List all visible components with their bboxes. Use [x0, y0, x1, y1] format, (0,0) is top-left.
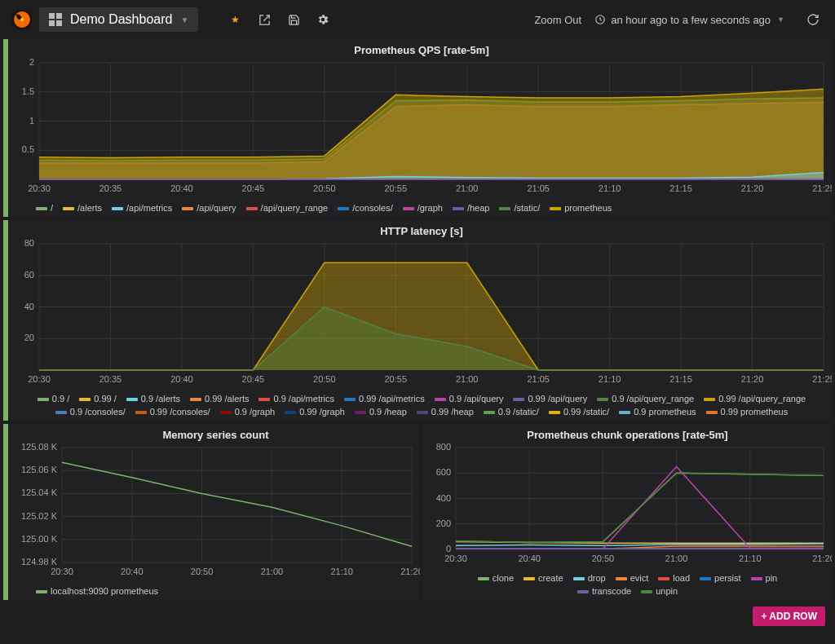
legend-item[interactable]: load [658, 573, 690, 583]
svg-text:21:05: 21:05 [527, 374, 550, 384]
legend-item[interactable]: transcode [577, 586, 631, 596]
svg-text:20:40: 20:40 [121, 567, 144, 576]
latency-legend: 0.9 /0.99 /0.9 /alerts0.99 /alerts0.9 /a… [11, 389, 832, 421]
legend-item[interactable]: /heap [453, 203, 490, 213]
row-handle[interactable] [3, 39, 8, 217]
svg-text:21:00: 21:00 [456, 183, 479, 193]
legend-item[interactable]: / [36, 203, 53, 213]
svg-text:21:10: 21:10 [599, 374, 621, 384]
legend-item[interactable]: 0.9 /alerts [126, 394, 180, 404]
svg-text:125.04 K: 125.04 K [21, 487, 58, 497]
memory-chart[interactable]: 124.98 K125.00 K125.02 K125.04 K125.06 K… [11, 443, 420, 581]
legend-item[interactable]: persist [700, 573, 740, 583]
dashboard-picker[interactable]: Demo Dashboard ▼ [39, 7, 198, 32]
legend-item[interactable]: 0.9 / [38, 394, 69, 404]
legend-item[interactable]: /consoles/ [338, 203, 393, 213]
legend-item[interactable]: clone [478, 573, 514, 583]
svg-text:21:10: 21:10 [739, 554, 762, 563]
svg-text:200: 200 [436, 518, 451, 528]
svg-text:600: 600 [436, 467, 451, 477]
legend-item[interactable]: prometheus [550, 203, 612, 213]
svg-text:20:35: 20:35 [99, 183, 122, 193]
svg-text:21:00: 21:00 [665, 554, 688, 563]
svg-text:20:50: 20:50 [313, 183, 336, 193]
qps-legend: //alerts/api/metrics/api/query/api/query… [11, 198, 832, 217]
legend-item[interactable]: /api/query_range [246, 203, 329, 213]
grid-icon [49, 13, 62, 26]
svg-text:125.02 K: 125.02 K [21, 511, 58, 521]
panel-chunks[interactable]: Prometheus chunk operations [rate-5m] 02… [423, 424, 832, 600]
legend-item[interactable]: 0.9 /graph [220, 407, 276, 417]
panel-qps[interactable]: Prometheus QPS [rate-5m] 0.511.5220:3020… [11, 39, 832, 217]
share-icon[interactable] [252, 7, 276, 32]
svg-text:20:40: 20:40 [170, 183, 193, 193]
svg-text:20:30: 20:30 [28, 183, 51, 193]
panel-memory[interactable]: Memory series count 124.98 K125.00 K125.… [11, 424, 420, 600]
svg-text:20: 20 [24, 333, 34, 342]
legend-item[interactable]: /api/metrics [112, 203, 172, 213]
legend-item[interactable]: /static/ [499, 203, 540, 213]
legend-item[interactable]: 0.99 / [79, 394, 117, 404]
svg-text:20:50: 20:50 [191, 567, 214, 576]
save-icon[interactable] [281, 7, 306, 32]
row-handle[interactable] [3, 424, 8, 600]
memory-legend: localhost:9090 prometheus [11, 581, 420, 600]
zoom-out-button[interactable]: Zoom Out [534, 14, 581, 26]
latency-chart[interactable]: 2040608020:3020:3520:4020:4520:5020:5521… [11, 239, 832, 389]
legend-item[interactable]: 0.99 prometheus [706, 407, 789, 417]
legend-item[interactable]: 0.9 /api/query_range [597, 394, 694, 404]
legend-item[interactable]: drop [573, 573, 606, 583]
svg-text:20:40: 20:40 [518, 554, 541, 563]
panel-latency[interactable]: HTTP latency [s] 2040608020:3020:3520:40… [11, 220, 832, 421]
legend-item[interactable]: 0.99 /api/query_range [704, 394, 806, 404]
chunks-chart[interactable]: 020040060080020:3020:4020:5021:0021:1021… [423, 443, 832, 568]
chunks-legend: clonecreatedropevictloadpersistpintransc… [423, 568, 832, 600]
svg-text:21:15: 21:15 [669, 183, 692, 193]
dashboard-title: Demo Dashboard [70, 12, 172, 27]
svg-text:21:20: 21:20 [400, 567, 420, 576]
legend-item[interactable]: 0.99 /heap [417, 407, 474, 417]
clock-icon [594, 14, 606, 25]
add-row-button[interactable]: ADD ROW [753, 607, 825, 626]
legend-item[interactable]: create [524, 573, 563, 583]
top-bar: Demo Dashboard ▼ ★ Zoom Out an hour ago … [0, 0, 835, 39]
legend-item[interactable]: 0.9 /api/metrics [258, 394, 334, 404]
svg-point-1 [20, 18, 24, 21]
legend-item[interactable]: 0.99 /api/metrics [344, 394, 425, 404]
legend-item[interactable]: 0.99 /static/ [549, 407, 609, 417]
legend-item[interactable]: 0.9 /static/ [484, 407, 539, 417]
legend-item[interactable]: evict [616, 573, 649, 583]
legend-item[interactable]: /api/query [182, 203, 236, 213]
svg-text:60: 60 [24, 270, 34, 280]
legend-item[interactable]: 0.9 /api/query [435, 394, 504, 404]
refresh-icon[interactable] [801, 7, 825, 32]
legend-item[interactable]: 0.9 /heap [355, 407, 407, 417]
svg-text:21:10: 21:10 [599, 183, 621, 193]
row-handle[interactable] [3, 220, 8, 421]
legend-item[interactable]: /graph [403, 203, 443, 213]
legend-item[interactable]: pin [751, 573, 778, 583]
svg-text:21:10: 21:10 [330, 567, 353, 576]
svg-text:21:20: 21:20 [741, 374, 764, 384]
legend-item[interactable]: 0.99 /graph [285, 407, 345, 417]
legend-item[interactable]: 0.99 /alerts [190, 394, 249, 404]
legend-item[interactable]: /alerts [63, 203, 102, 213]
caret-down-icon: ▼ [777, 15, 784, 24]
legend-item[interactable]: 0.99 /consoles/ [135, 407, 210, 417]
svg-text:21:00: 21:00 [261, 567, 284, 576]
row-1: Prometheus QPS [rate-5m] 0.511.5220:3020… [3, 39, 832, 217]
legend-item[interactable]: localhost:9090 prometheus [36, 586, 158, 596]
legend-item[interactable]: 0.9 prometheus [619, 407, 696, 417]
settings-icon[interactable] [311, 7, 335, 32]
time-range-picker[interactable]: an hour ago to a few seconds ago ▼ [594, 14, 784, 26]
svg-text:20:40: 20:40 [170, 374, 193, 384]
star-icon[interactable]: ★ [223, 7, 247, 32]
grafana-logo[interactable] [10, 7, 34, 32]
svg-text:20:50: 20:50 [313, 374, 336, 384]
legend-item[interactable]: unpin [641, 586, 678, 596]
legend-item[interactable]: 0.99 /api/query [513, 394, 587, 404]
qps-chart[interactable]: 0.511.5220:3020:3520:4020:4520:5020:5521… [11, 58, 832, 198]
row-3: Memory series count 124.98 K125.00 K125.… [3, 424, 832, 600]
svg-text:125.06 K: 125.06 K [21, 465, 58, 474]
legend-item[interactable]: 0.9 /consoles/ [55, 407, 126, 417]
